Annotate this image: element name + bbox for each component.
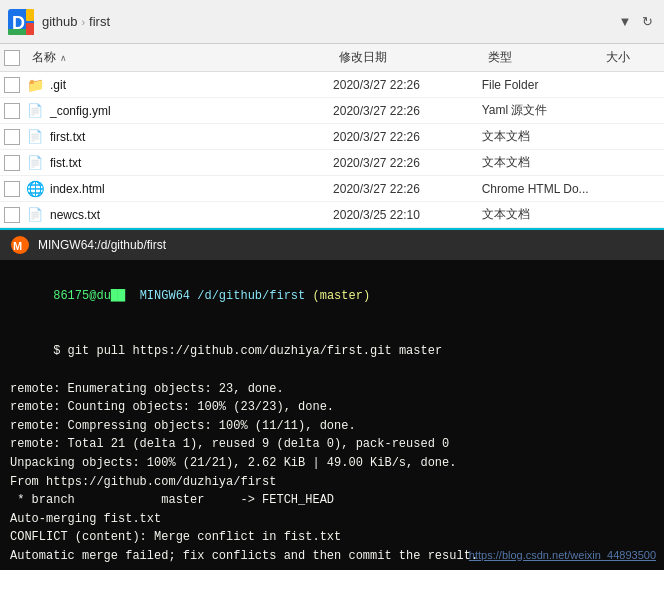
select-all-checkbox[interactable] — [4, 50, 20, 66]
terminal-line: remote: Enumerating objects: 23, done. — [10, 380, 654, 399]
address-bar: D github › first ▼ ↻ — [0, 0, 664, 44]
watermark: https://blog.csdn.net/weixin_44893500 — [469, 547, 656, 564]
terminal-line: 86175@du██ MINGW64 /d/github/first (mast… — [10, 268, 654, 324]
file-type: 文本文档 — [482, 206, 601, 223]
svg-rect-3 — [26, 9, 34, 21]
file-date: 2020/3/27 22:26 — [333, 182, 482, 196]
chrome-icon: 🌐 — [26, 180, 44, 198]
terminal-title: MINGW64:/d/github/first — [38, 238, 166, 252]
mingw-icon: M — [10, 235, 30, 255]
row-checkbox[interactable] — [4, 103, 20, 119]
file-date: 2020/3/27 22:26 — [333, 78, 482, 92]
table-row[interactable]: 📄 fist.txt 2020/3/27 22:26 文本文档 — [0, 150, 664, 176]
terminal-line: $ git pull https://github.com/duzhiya/fi… — [10, 324, 654, 380]
terminal-line: From https://github.com/duzhiya/first — [10, 473, 654, 492]
file-type: Yaml 源文件 — [482, 102, 601, 119]
file-name: 📄 newcs.txt — [26, 206, 333, 224]
terminal-line: CONFLICT (content): Merge conflict in fi… — [10, 528, 654, 547]
terminal-line: remote: Counting objects: 100% (23/23), … — [10, 398, 654, 417]
file-type: File Folder — [482, 78, 601, 92]
row-checkbox[interactable] — [4, 77, 20, 93]
table-row[interactable]: 📄 _config.yml 2020/3/27 22:26 Yaml 源文件 — [0, 98, 664, 124]
file-name: 📁 .git — [26, 76, 333, 94]
explorer-logo: D — [8, 9, 34, 35]
file-name: 📄 fist.txt — [26, 154, 333, 172]
row-checkbox[interactable] — [4, 207, 20, 223]
address-controls: ▼ ↻ — [616, 13, 656, 31]
col-header-type[interactable]: 类型 — [482, 49, 601, 66]
terminal-line: remote: Total 21 (delta 1), reused 9 (de… — [10, 435, 654, 454]
file-name: 🌐 index.html — [26, 180, 333, 198]
folder-icon: 📁 — [26, 76, 44, 94]
file-type: Chrome HTML Do... — [482, 182, 601, 196]
row-checkbox[interactable] — [4, 181, 20, 197]
breadcrumb[interactable]: github › first — [42, 14, 608, 29]
txt-icon: 📄 — [26, 154, 44, 172]
terminal-header: M MINGW64:/d/github/first — [0, 230, 664, 260]
file-rows: 📁 .git 2020/3/27 22:26 File Folder 📄 _co… — [0, 72, 664, 228]
file-date: 2020/3/27 22:26 — [333, 104, 482, 118]
col-header-size[interactable]: 大小 — [600, 49, 660, 66]
table-row[interactable]: 📁 .git 2020/3/27 22:26 File Folder — [0, 72, 664, 98]
row-checkbox[interactable] — [4, 129, 20, 145]
row-checkbox[interactable] — [4, 155, 20, 171]
svg-text:M: M — [13, 240, 22, 252]
file-type: 文本文档 — [482, 128, 601, 145]
table-row[interactable]: 📄 newcs.txt 2020/3/25 22:10 文本文档 — [0, 202, 664, 228]
terminal: M MINGW64:/d/github/first 86175@du██ MIN… — [0, 230, 664, 570]
terminal-body[interactable]: 86175@du██ MINGW64 /d/github/first (mast… — [0, 260, 664, 570]
txt-icon: 📄 — [26, 128, 44, 146]
file-name: 📄 first.txt — [26, 128, 333, 146]
col-header-date[interactable]: 修改日期 — [333, 49, 482, 66]
terminal-line: remote: Compressing objects: 100% (11/11… — [10, 417, 654, 436]
file-date: 2020/3/27 22:26 — [333, 130, 482, 144]
sort-arrow: ∧ — [60, 53, 67, 63]
file-name: 📄 _config.yml — [26, 102, 333, 120]
col-header-name[interactable]: 名称 ∧ — [26, 49, 333, 66]
yaml-icon: 📄 — [26, 102, 44, 120]
breadcrumb-github[interactable]: github — [42, 14, 77, 29]
terminal-line: Unpacking objects: 100% (21/21), 2.62 Ki… — [10, 454, 654, 473]
refresh-button[interactable]: ↻ — [638, 13, 656, 31]
terminal-line — [10, 566, 654, 571]
file-type: 文本文档 — [482, 154, 601, 171]
file-date: 2020/3/27 22:26 — [333, 156, 482, 170]
column-headers: 名称 ∧ 修改日期 类型 大小 — [0, 44, 664, 72]
txt-icon: 📄 — [26, 206, 44, 224]
file-explorer: 名称 ∧ 修改日期 类型 大小 📁 .git 2020/3/27 22:26 F… — [0, 44, 664, 230]
file-date: 2020/3/25 22:10 — [333, 208, 482, 222]
svg-rect-4 — [26, 23, 34, 35]
table-row[interactable]: 📄 first.txt 2020/3/27 22:26 文本文档 — [0, 124, 664, 150]
terminal-line: Auto-merging fist.txt — [10, 510, 654, 529]
dropdown-button[interactable]: ▼ — [616, 13, 634, 31]
table-row[interactable]: 🌐 index.html 2020/3/27 22:26 Chrome HTML… — [0, 176, 664, 202]
terminal-line: * branch master -> FETCH_HEAD — [10, 491, 654, 510]
breadcrumb-first[interactable]: first — [89, 14, 110, 29]
